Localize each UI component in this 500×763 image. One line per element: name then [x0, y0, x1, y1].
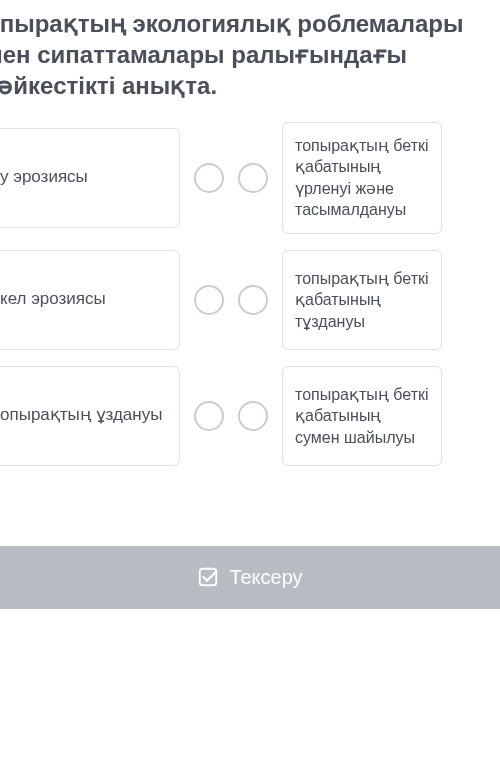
match-left-box[interactable]: кел эрозиясы	[0, 250, 180, 350]
check-icon	[197, 566, 219, 588]
match-right-label: топырақтың беткі қабатының үрленуі және …	[295, 135, 429, 221]
radio-right[interactable]	[238, 401, 268, 431]
match-left-label: у эрозиясы	[0, 166, 88, 189]
radio-left[interactable]	[194, 285, 224, 315]
match-container: у эрозиясы топырақтың беткі қабатының үр…	[0, 122, 500, 506]
check-button[interactable]: Тексеру	[0, 546, 500, 609]
radio-left[interactable]	[194, 401, 224, 431]
match-left-box[interactable]: у эрозиясы	[0, 128, 180, 228]
svg-rect-0	[200, 569, 217, 586]
match-row: у эрозиясы топырақтың беткі қабатының үр…	[0, 122, 500, 234]
match-right-label: топырақтың беткі қабатының сумен шайылуы	[295, 384, 429, 449]
match-right-label: топырақтың беткі қабатының тұздануы	[295, 268, 429, 333]
radio-right[interactable]	[238, 285, 268, 315]
match-left-label: опырақтың ұздануы	[0, 404, 162, 427]
match-right-box[interactable]: топырақтың беткі қабатының сумен шайылуы	[282, 366, 442, 466]
match-row: опырақтың ұздануы топырақтың беткі қабат…	[0, 366, 500, 466]
match-left-box[interactable]: опырақтың ұздануы	[0, 366, 180, 466]
radio-right[interactable]	[238, 163, 268, 193]
match-row: кел эрозиясы топырақтың беткі қабатының …	[0, 250, 500, 350]
question-title: опырақтың экологиялық роблемалары мен си…	[0, 0, 500, 122]
match-left-label: кел эрозиясы	[0, 288, 106, 311]
check-button-label: Тексеру	[229, 566, 302, 589]
radio-left[interactable]	[194, 163, 224, 193]
match-right-box[interactable]: топырақтың беткі қабатының тұздануы	[282, 250, 442, 350]
match-right-box[interactable]: топырақтың беткі қабатының үрленуі және …	[282, 122, 442, 234]
